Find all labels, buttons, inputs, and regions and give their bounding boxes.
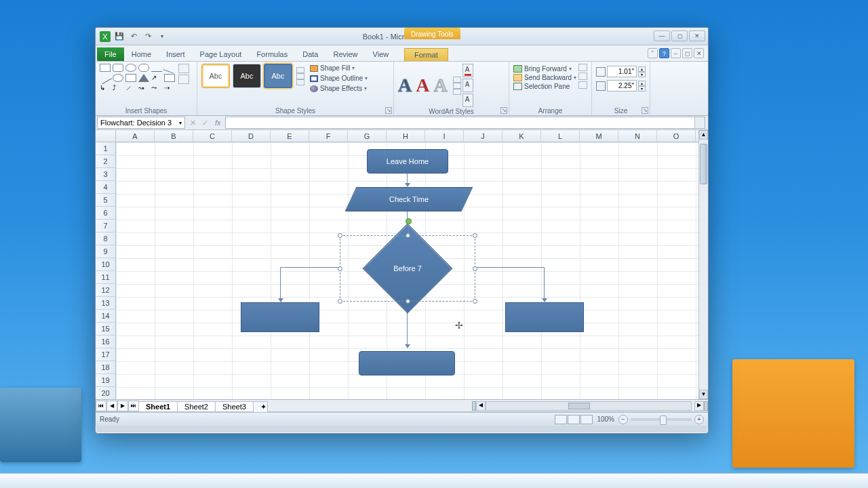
row-header[interactable]: 6 [96, 207, 115, 220]
sheet-tab-2[interactable]: Sheet2 [177, 401, 216, 411]
resize-handle[interactable] [338, 299, 342, 304]
row-header[interactable]: 12 [96, 284, 115, 297]
flowchart-terminator-bottom[interactable] [359, 351, 455, 375]
column-header[interactable]: G [348, 130, 387, 142]
column-headers[interactable]: ABCDEFGHIJKLMNO [116, 130, 698, 142]
select-all-button[interactable] [96, 130, 116, 142]
wordart-style-2[interactable]: A [416, 75, 429, 96]
column-header[interactable]: A [116, 130, 155, 142]
flowchart-terminator-leave-home[interactable]: Leave Home [367, 149, 448, 174]
dialog-launcher-icon[interactable]: ↘ [500, 107, 507, 114]
sheet-tab-1[interactable]: Sheet1 [138, 401, 178, 411]
text-box-icon[interactable] [178, 75, 189, 84]
row-header[interactable]: 11 [96, 271, 115, 284]
tab-review[interactable]: Review [326, 47, 365, 61]
row-header[interactable]: 14 [96, 310, 115, 323]
column-header[interactable]: L [541, 130, 580, 142]
flowchart-data-check-time[interactable]: Check Time [345, 187, 473, 211]
shape-effects-button[interactable]: Shape Effects▾ [310, 84, 368, 93]
column-header[interactable]: I [425, 130, 464, 142]
vertical-scrollbar[interactable]: ▲ ▼ [698, 130, 708, 399]
wordart-style-3[interactable]: A [433, 75, 447, 96]
column-header[interactable]: H [387, 130, 425, 142]
resize-handle[interactable] [473, 233, 477, 238]
row-header[interactable]: 9 [96, 245, 115, 258]
hscroll-split-handle[interactable] [704, 401, 708, 411]
column-header[interactable]: N [618, 130, 657, 142]
row-header[interactable]: 1 [96, 142, 115, 155]
help-icon[interactable]: ? [659, 48, 669, 58]
column-header[interactable]: K [502, 130, 541, 142]
shape-fill-button[interactable]: Shape Fill▾ [310, 64, 368, 73]
shape-style-2[interactable]: Abc [233, 64, 261, 88]
tab-formulas[interactable]: Formulas [249, 47, 295, 61]
redo-icon[interactable]: ↷ [142, 31, 153, 42]
row-header[interactable]: 4 [96, 181, 115, 194]
column-header[interactable]: E [271, 130, 309, 142]
width-spinner[interactable]: ▴▾ [638, 81, 646, 92]
resize-handle[interactable] [338, 233, 342, 238]
view-buttons[interactable] [555, 415, 593, 424]
zoom-slider[interactable] [631, 418, 692, 421]
tab-home[interactable]: Home [124, 47, 159, 61]
row-header[interactable]: 16 [96, 336, 115, 348]
edit-shape-icon[interactable] [178, 64, 189, 73]
row-header[interactable]: 7 [96, 220, 115, 232]
row-headers[interactable]: 1234567891011121314151617181920 [96, 142, 116, 399]
rotate-icon[interactable] [578, 81, 587, 89]
qat-dropdown-icon[interactable]: ▾ [157, 31, 167, 42]
workbook-minimize-button[interactable]: – [671, 48, 681, 58]
row-header[interactable]: 15 [96, 323, 115, 336]
tab-view[interactable]: View [366, 47, 397, 61]
column-header[interactable]: B [155, 130, 193, 142]
height-input[interactable] [607, 66, 637, 77]
shape-style-1[interactable]: Abc [201, 64, 230, 88]
flowchart-process-left[interactable] [241, 302, 319, 332]
height-spinner[interactable]: ▴▾ [638, 66, 646, 77]
sheet-tab-3[interactable]: Sheet3 [215, 401, 254, 411]
dialog-launcher-icon[interactable]: ↘ [642, 107, 648, 114]
tab-data[interactable]: Data [295, 47, 326, 61]
resize-handle[interactable] [473, 266, 477, 271]
name-box[interactable]: Flowchart: Decision 3▾ [97, 117, 185, 129]
undo-icon[interactable]: ↶ [128, 31, 139, 42]
fx-icon[interactable]: fx [215, 119, 221, 127]
dialog-launcher-icon[interactable]: ↘ [385, 107, 392, 114]
row-header[interactable]: 17 [96, 348, 115, 361]
row-header[interactable]: 10 [96, 258, 115, 271]
column-header[interactable]: F [309, 130, 348, 142]
zoom-level[interactable]: 100% [597, 415, 614, 423]
row-header[interactable]: 5 [96, 194, 115, 207]
flowchart-process-right[interactable] [505, 302, 584, 332]
shape-outline-button[interactable]: Shape Outline▾ [310, 74, 368, 83]
save-icon[interactable]: 💾 [114, 31, 125, 42]
workbook-restore-button[interactable]: ◻ [682, 48, 692, 58]
tab-insert[interactable]: Insert [159, 47, 193, 61]
titlebar[interactable]: X 💾 ↶ ↷ ▾ Book1 - Microsoft Excel Drawin… [96, 28, 708, 45]
column-header[interactable]: M [580, 130, 618, 142]
zoom-out-button[interactable]: − [618, 415, 628, 424]
horizontal-scrollbar[interactable] [486, 401, 692, 411]
worksheet[interactable]: ABCDEFGHIJKLMNO 123456789101112131415161… [96, 130, 708, 400]
cancel-icon[interactable]: ✕ [186, 119, 199, 127]
workbook-close-button[interactable]: ✕ [694, 48, 704, 58]
send-backward-button[interactable]: Send Backward▾ [513, 74, 576, 81]
resize-handle[interactable] [406, 233, 410, 238]
scroll-thumb[interactable] [700, 144, 707, 184]
row-header[interactable]: 20 [96, 387, 115, 400]
bring-forward-button[interactable]: Bring Forward▾ [513, 65, 576, 73]
formula-bar[interactable] [225, 117, 705, 129]
tab-file[interactable]: File [97, 47, 124, 61]
ribbon-minimize-icon[interactable]: ˄ [648, 48, 658, 58]
sheet-nav-buttons[interactable]: ⏮◀▶⏭ [96, 401, 139, 411]
selection-pane-button[interactable]: Selection Pane [513, 83, 576, 90]
shape-style-3-selected[interactable]: Abc [264, 64, 292, 88]
resize-handle[interactable] [473, 299, 477, 304]
row-header[interactable]: 18 [96, 361, 115, 374]
hscroll-left[interactable]: ◀ [476, 401, 486, 411]
row-header[interactable]: 8 [96, 232, 115, 245]
align-icon[interactable] [578, 64, 587, 71]
shape-style-gallery[interactable]: Abc Abc Abc [201, 64, 304, 88]
resize-handle[interactable] [338, 266, 342, 271]
gallery-more-icon[interactable] [296, 67, 304, 85]
